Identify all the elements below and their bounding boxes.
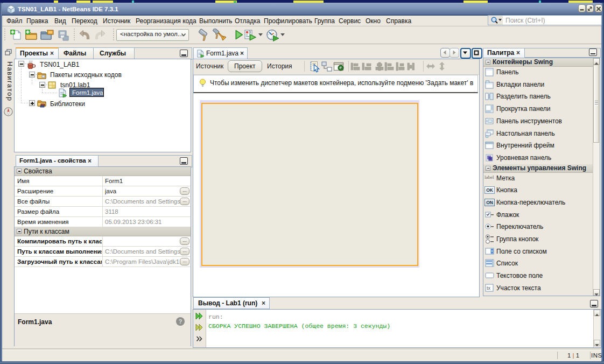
svg-text:3: 3: [249, 30, 251, 34]
svg-text:tx: tx: [487, 285, 491, 291]
